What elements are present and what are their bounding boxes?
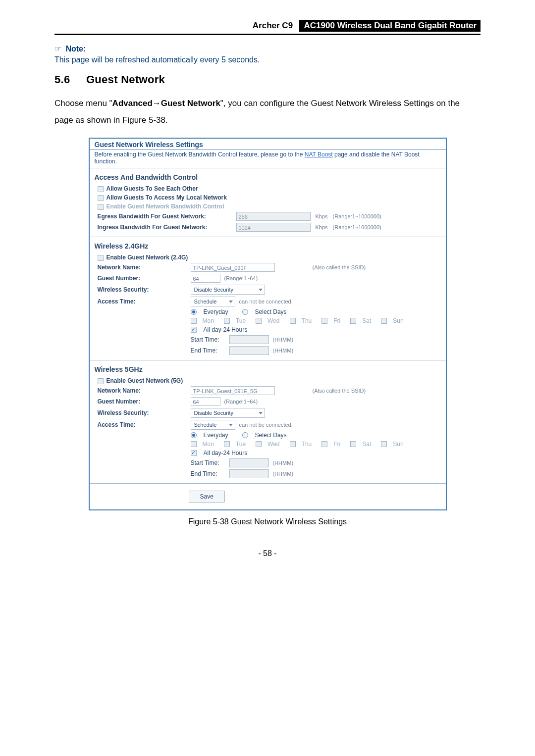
w5-tue: Tue (236, 441, 246, 448)
w24-tue-checkbox[interactable] (224, 318, 230, 324)
w5-fri: Fri (333, 441, 340, 448)
ingress-unit: Kbps (316, 224, 328, 230)
w5-sat: Sat (362, 441, 371, 448)
nat-boost-link[interactable]: NAT Boost (305, 151, 333, 158)
ingress-range: (Range:1~1000000) (333, 224, 381, 230)
doc-header: Archer C9 AC1900 Wireless Dual Band Giga… (54, 20, 481, 35)
arrow-icon: → (153, 99, 161, 108)
ingress-input[interactable]: 1024 (236, 223, 311, 232)
w5-thu: Thu (302, 441, 312, 448)
w5-sat-checkbox[interactable] (350, 441, 356, 447)
pointing-hand-icon: ☞ (54, 45, 61, 53)
w5-security-label: Wireless Security: (98, 409, 187, 416)
settings-panel: Guest Network Wireless Settings Before e… (89, 138, 447, 510)
w24-end-hhmm: (HHMM) (273, 348, 294, 353)
w24-selectdays-radio[interactable] (242, 309, 248, 315)
w5-ssid-note: (Also called the SSID) (313, 388, 366, 394)
w5-mon-checkbox[interactable] (191, 441, 197, 447)
w24-tue: Tue (236, 317, 246, 324)
w24-security-label: Wireless Security: (98, 286, 187, 293)
w24-access-label: Access Time: (98, 298, 187, 305)
w5-end-hhmm: (HHMM) (273, 471, 294, 477)
w24-allday-checkbox[interactable] (191, 327, 197, 333)
w5-end-input[interactable] (229, 469, 269, 478)
w5-sun: Sun (393, 441, 403, 448)
w5-tue-checkbox[interactable] (224, 441, 230, 447)
egress-label: Egress Bandwidth For Guest Network: (98, 213, 231, 220)
w24-everyday-radio[interactable] (191, 309, 197, 315)
section-number: 5.6 (54, 73, 70, 86)
w5-guestnum-input[interactable]: 64 (191, 397, 220, 406)
w5-name-input[interactable]: TP-LINK_Guest_091E_5G (191, 386, 275, 395)
panel-warning: Before enabling the Guest Network Bandwi… (90, 150, 446, 168)
w5-access-select[interactable]: Schedule (191, 420, 235, 430)
section-title: Guest Network (86, 73, 165, 86)
enable-5-checkbox[interactable] (98, 378, 104, 384)
w5-mon: Mon (203, 441, 214, 448)
w5-security-select[interactable]: Disable Security (191, 408, 265, 418)
w5-name-label: Network Name: (98, 387, 187, 394)
wireless-24-section: Wireless 2.4GHz Enable Guest Network (2.… (90, 237, 446, 360)
w24-security-select[interactable]: Disable Security (191, 285, 265, 295)
w5-everyday-radio[interactable] (191, 432, 197, 438)
enable-24-label: Enable Guest Network (2.4G) (107, 254, 188, 261)
w24-guestnum-label: Guest Number: (98, 275, 187, 282)
egress-input[interactable]: 256 (236, 212, 311, 221)
w5-heading: Wireless 5GHz (95, 365, 441, 373)
w5-start-label: Start Time: (191, 459, 225, 466)
w24-sat: Sat (362, 317, 371, 324)
w5-days-row: Mon Tue Wed Thu Fri Sat Sun (98, 441, 441, 448)
w5-sun-checkbox[interactable] (381, 441, 387, 447)
w5-everyday-label: Everyday (204, 432, 228, 439)
w5-end-label: End Time: (191, 470, 225, 477)
enable-bw-checkbox[interactable] (98, 204, 104, 210)
bandwidth-heading: Access And Bandwidth Control (95, 173, 441, 181)
w24-access-select[interactable]: Schedule (191, 297, 235, 306)
w24-everyday-label: Everyday (204, 308, 228, 315)
save-row: Save (90, 483, 446, 509)
w24-allday-label: All day-24 Hours (204, 326, 248, 333)
see-each-checkbox[interactable] (98, 186, 104, 192)
product-name: AC1900 Wireless Dual Band Gigabit Router (299, 20, 481, 32)
egress-unit: Kbps (316, 213, 328, 219)
page-number: - 58 - (54, 549, 481, 558)
w5-start-input[interactable] (229, 458, 269, 467)
enable-bw-label: Enable Guest Network Bandwidth Control (107, 203, 224, 210)
w5-fri-checkbox[interactable] (321, 441, 327, 447)
nav-guest-network: Guest Network (161, 99, 220, 108)
w24-name-input[interactable]: TP-LINK_Guest_091F (191, 263, 275, 272)
enable-5-label: Enable Guest Network (5G) (107, 377, 183, 384)
w24-guestnum-input[interactable]: 64 (191, 274, 220, 283)
w5-thu-checkbox[interactable] (290, 441, 296, 447)
w24-sat-checkbox[interactable] (350, 318, 356, 324)
w24-sun-checkbox[interactable] (381, 318, 387, 324)
nav-advanced: Advanced (112, 99, 153, 108)
w24-thu-checkbox[interactable] (290, 318, 296, 324)
note-message: This page will be refreshed automaticall… (54, 55, 481, 64)
panel-title: Guest Network Wireless Settings (90, 139, 446, 150)
w24-heading: Wireless 2.4GHz (95, 242, 441, 250)
w24-start-label: Start Time: (191, 336, 225, 343)
access-local-checkbox[interactable] (98, 195, 104, 201)
w24-mon-checkbox[interactable] (191, 318, 197, 324)
w24-start-input[interactable] (229, 335, 269, 344)
w5-access-label: Access Time: (98, 421, 187, 428)
w24-wed-checkbox[interactable] (256, 318, 262, 324)
w24-end-label: End Time: (191, 347, 225, 354)
w24-days-row: Mon Tue Wed Thu Fri Sat Sun (98, 317, 441, 324)
w5-wed-checkbox[interactable] (256, 441, 262, 447)
w5-selectdays-radio[interactable] (242, 432, 248, 438)
w24-guest-range: (Range:1~64) (224, 275, 258, 281)
w24-end-input[interactable] (229, 346, 269, 355)
w5-wed: Wed (268, 441, 279, 448)
save-button[interactable]: Save (189, 491, 225, 503)
w24-ssid-note: (Also called the SSID) (313, 264, 366, 270)
enable-24-checkbox[interactable] (98, 255, 104, 261)
w24-fri-checkbox[interactable] (321, 318, 327, 324)
w5-allday-checkbox[interactable] (191, 450, 197, 456)
w24-start-hhmm: (HHMM) (273, 337, 294, 343)
w24-wed: Wed (268, 317, 279, 324)
w24-sun: Sun (393, 317, 403, 324)
w24-mon: Mon (203, 317, 214, 324)
access-local-label: Allow Guests To Access My Local Network (107, 194, 227, 201)
